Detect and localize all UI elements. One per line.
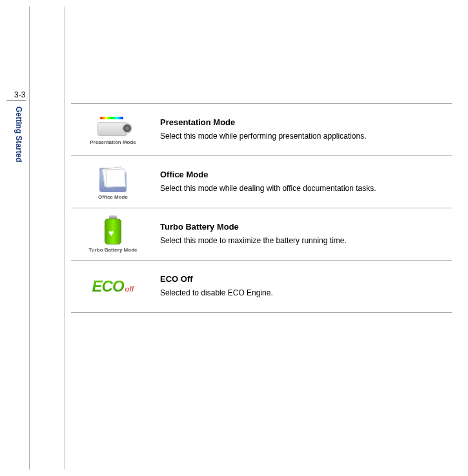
divider [71, 312, 452, 313]
mode-title: ECO Off [160, 274, 452, 284]
mode-description: Select this mode while dealing with offi… [160, 183, 452, 194]
mode-title: Office Mode [160, 170, 452, 179]
margin-rule-2 [65, 6, 65, 470]
mode-row-turbo-battery: Turbo Battery Mode Turbo Battery Mode Se… [71, 208, 452, 260]
battery-icon [103, 215, 123, 245]
eco-text: ECO [92, 277, 124, 295]
icon-caption: Turbo Battery Mode [89, 247, 137, 253]
section-title: Getting Started [14, 106, 23, 163]
icon-cell: Turbo Battery Mode [71, 215, 155, 253]
text-cell: Office Mode Select this mode while deali… [155, 170, 452, 194]
mode-row-presentation: Presentation Mode Presentation Mode Sele… [71, 104, 452, 155]
margin-rule-1 [29, 6, 30, 470]
mode-description: Select this mode to maximize the battery… [160, 235, 452, 246]
folder-icon [97, 164, 129, 192]
eco-off-icon: ECO off [92, 277, 134, 295]
icon-cell: Presentation Mode [71, 114, 155, 145]
icon-caption: Presentation Mode [90, 139, 136, 145]
header-rule [6, 100, 26, 101]
text-cell: ECO Off Selected to disable ECO Engine. [155, 274, 452, 299]
icon-cell: Office Mode [71, 164, 155, 200]
mode-description: Select this mode while performing presen… [160, 131, 452, 142]
content-area: Presentation Mode Presentation Mode Sele… [71, 103, 452, 313]
mode-description: Selected to disable ECO Engine. [160, 288, 452, 299]
text-cell: Presentation Mode Select this mode while… [155, 117, 452, 142]
mode-title: Turbo Battery Mode [160, 222, 452, 232]
text-cell: Turbo Battery Mode Select this mode to m… [155, 222, 452, 246]
off-text: off [125, 285, 134, 293]
mode-title: Presentation Mode [160, 117, 452, 127]
projector-icon [95, 114, 131, 137]
icon-cell: ECO off [71, 277, 155, 295]
icon-caption: Office Mode [98, 194, 128, 200]
mode-row-eco-off: ECO off ECO Off Selected to disable ECO … [71, 261, 452, 312]
mode-row-office: Office Mode Office Mode Select this mode… [71, 156, 452, 208]
page-number: 3-3 [14, 90, 25, 99]
